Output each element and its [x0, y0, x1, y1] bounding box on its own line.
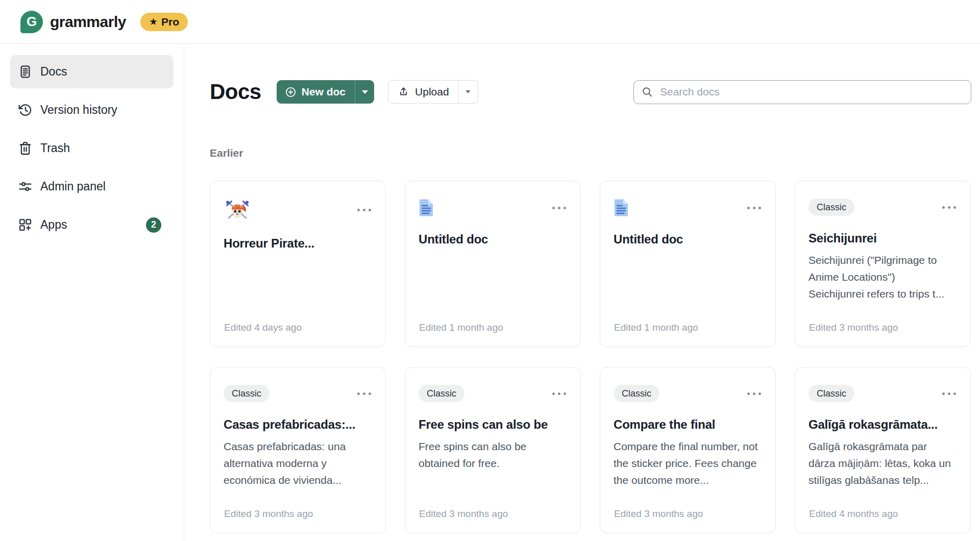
sidebar-item-version-history[interactable]: Version history	[10, 93, 174, 127]
card-menu-button[interactable]	[747, 389, 761, 398]
sidebar-item-label: Trash	[40, 141, 70, 155]
sidebar-item-admin-panel[interactable]: Admin panel	[10, 170, 174, 203]
chevron-down-icon	[362, 90, 368, 94]
star-icon: ★	[149, 17, 158, 27]
upload-dropdown-button[interactable]	[458, 81, 478, 103]
blue-doc-icon	[419, 199, 434, 217]
new-doc-split-button: New doc	[277, 80, 374, 104]
card-menu-button[interactable]	[942, 203, 956, 212]
admin-panel-icon	[18, 179, 33, 194]
grammarly-logo-icon: G	[20, 11, 43, 33]
doc-edited-timestamp: Edited 3 months ago	[809, 322, 898, 333]
search-box	[633, 80, 971, 104]
doc-card[interactable]: Untitled doc Edited 1 month ago	[600, 181, 776, 347]
doc-snippet: Compare the final number, not the sticke…	[614, 438, 761, 488]
brand-wordmark: grammarly	[50, 13, 126, 31]
doc-card[interactable]: Classic Casas prefabricadas:... Casas pr…	[210, 367, 386, 533]
doc-snippet: Free spins can also be obtained for free…	[419, 438, 566, 472]
pirate-emoji-icon	[224, 199, 251, 221]
doc-title: Compare the final	[614, 417, 761, 432]
doc-title: Free spins can also be	[419, 417, 566, 432]
doc-title: Galīgā rokasgrāmata...	[808, 417, 956, 432]
new-doc-label: New doc	[302, 86, 346, 98]
doc-edited-timestamp: Edited 1 month ago	[614, 322, 698, 333]
card-menu-button[interactable]	[552, 389, 566, 398]
upload-label: Upload	[415, 86, 449, 98]
classic-badge: Classic	[419, 385, 464, 402]
upload-icon	[398, 86, 409, 98]
doc-card[interactable]: Classic Free spins can also be Free spin…	[405, 367, 581, 533]
trash-icon	[18, 141, 33, 156]
sidebar-item-label: Docs	[40, 65, 67, 79]
pro-badge-label: Pro	[161, 16, 179, 28]
page-title: Docs	[210, 80, 261, 104]
card-menu-button[interactable]	[942, 389, 956, 398]
blue-doc-icon	[614, 199, 629, 217]
card-menu-button[interactable]	[552, 204, 566, 212]
doc-edited-timestamp: Edited 1 month ago	[419, 322, 503, 333]
doc-card[interactable]: Horreur Pirate... Edited 4 days ago	[210, 181, 386, 347]
doc-card[interactable]: Classic Compare the final Compare the fi…	[600, 367, 776, 533]
doc-title: Horreur Pirate...	[224, 236, 371, 251]
upload-split-button: Upload	[388, 80, 478, 104]
main-content: Docs New doc	[184, 44, 980, 541]
search-input[interactable]	[660, 86, 964, 98]
docs-icon	[18, 64, 33, 79]
doc-card[interactable]: Untitled doc Edited 1 month ago	[405, 181, 581, 347]
docs-toolbar: Docs New doc	[210, 80, 971, 104]
version-history-icon	[18, 103, 33, 117]
sidebar-item-docs[interactable]: Docs	[10, 55, 174, 88]
chevron-down-icon	[465, 90, 471, 93]
doc-snippet: Galīgā rokasgrāmata par dārza mājiņām: l…	[808, 438, 956, 488]
classic-badge: Classic	[614, 385, 659, 402]
section-heading-earlier: Earlier	[210, 147, 971, 159]
classic-badge: Classic	[808, 385, 854, 402]
doc-card[interactable]: Classic Galīgā rokasgrāmata... Galīgā ro…	[795, 367, 971, 533]
doc-edited-timestamp: Edited 3 months ago	[224, 508, 313, 520]
apps-count-badge: 2	[146, 217, 161, 233]
doc-edited-timestamp: Edited 3 months ago	[419, 508, 508, 520]
doc-card[interactable]: Classic Seichijunrei Seichijunrei ("Pilg…	[795, 181, 971, 347]
pro-badge[interactable]: ★ Pro	[140, 13, 188, 31]
new-doc-dropdown-button[interactable]	[355, 80, 374, 104]
sidebar-item-label: Admin panel	[40, 180, 106, 193]
doc-title: Untitled doc	[614, 232, 761, 247]
card-menu-button[interactable]	[747, 204, 761, 212]
plus-circle-icon	[285, 86, 297, 98]
doc-title: Casas prefabricadas:...	[224, 417, 371, 432]
doc-edited-timestamp: Edited 3 months ago	[614, 508, 703, 520]
doc-title: Seichijunrei	[808, 231, 956, 245]
docs-grid: Horreur Pirate... Edited 4 days ago	[210, 181, 971, 533]
card-menu-button[interactable]	[357, 206, 371, 214]
new-doc-button[interactable]: New doc	[277, 80, 355, 104]
classic-badge: Classic	[808, 199, 854, 216]
doc-edited-timestamp: Edited 4 months ago	[809, 508, 898, 520]
sidebar: Docs Version history Trash	[0, 44, 184, 541]
classic-badge: Classic	[224, 385, 270, 402]
doc-edited-timestamp: Edited 4 days ago	[224, 322, 302, 333]
upload-button[interactable]: Upload	[388, 81, 458, 103]
doc-title: Untitled doc	[419, 232, 566, 247]
sidebar-item-label: Apps	[40, 218, 67, 232]
grammarly-logo[interactable]: G grammarly	[20, 11, 126, 33]
doc-snippet: Casas prefabricadas: una alternativa mod…	[224, 438, 371, 488]
apps-icon	[18, 217, 33, 232]
app-header: G grammarly ★ Pro	[0, 0, 980, 44]
sidebar-item-label: Version history	[40, 103, 117, 117]
sidebar-item-trash[interactable]: Trash	[10, 132, 174, 165]
doc-snippet: Seichijunrei ("Pilgrimage to Anime Locat…	[808, 252, 956, 302]
card-menu-button[interactable]	[357, 389, 371, 398]
sidebar-item-apps[interactable]: Apps 2	[10, 208, 174, 241]
search-icon	[641, 86, 653, 98]
